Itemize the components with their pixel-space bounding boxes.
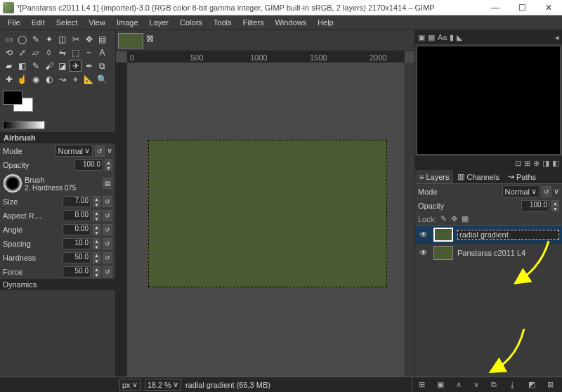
layer-name-1[interactable]: radial gradient [457, 230, 559, 240]
tool-clone[interactable]: ⧉ [96, 60, 108, 72]
mask-button[interactable]: ◩ [528, 380, 535, 389]
dock-menu-icon[interactable]: ◂ [555, 33, 559, 42]
tool-text[interactable]: A [96, 46, 108, 58]
font-icon[interactable]: Aa [438, 33, 447, 41]
tool-path[interactable]: ↝ [56, 73, 68, 85]
tool-smudge[interactable]: ☝ [16, 73, 28, 85]
layer-thumb-1[interactable] [433, 228, 453, 242]
tool-pencil[interactable]: ✎ [30, 60, 41, 72]
tool-gradient[interactable]: ◧ [16, 60, 28, 72]
angle-input[interactable]: 0.00 [63, 224, 91, 235]
aspect-input[interactable]: 0.00 [63, 210, 91, 221]
tool-ellipse-select[interactable]: ◯ [16, 33, 28, 45]
viewport[interactable] [127, 63, 405, 377]
pointer-icon[interactable]: ◣ [457, 33, 462, 42]
tool-scale[interactable]: ⤢ [16, 46, 28, 58]
layer-up-button[interactable]: ∧ [456, 380, 462, 389]
menu-windows[interactable]: Windows [270, 17, 311, 28]
tool-free-select[interactable]: ✎ [30, 33, 41, 45]
tool-blur[interactable]: ◉ [30, 73, 41, 85]
active-gradient[interactable] [3, 121, 45, 129]
angle-stepper[interactable]: ▲▼ [93, 224, 100, 235]
force-stepper[interactable]: ▲▼ [93, 266, 100, 277]
layer-row-2[interactable]: 👁 Panstarss c2011 L4 [415, 244, 562, 262]
lock-alpha-icon[interactable]: ▦ [462, 214, 469, 223]
zoom-out-icon[interactable]: ⊡ [515, 159, 521, 168]
unit-select[interactable]: px ∨ [119, 379, 140, 391]
force-input[interactable]: 50.0 [63, 266, 91, 277]
navigation-preview[interactable] [417, 46, 561, 155]
tool-bucket[interactable]: ▰ [3, 60, 15, 72]
lock-position-icon[interactable]: ✥ [451, 214, 457, 223]
zoom-fill-icon[interactable]: ◧ [552, 159, 559, 168]
layer-row-1[interactable]: 👁 radial gradient [415, 226, 562, 244]
tool-by-color[interactable]: ◫ [56, 33, 68, 45]
layer-opacity-input[interactable]: 100.0 [521, 200, 549, 211]
layer-opacity-stepper[interactable]: ▲▼ [551, 200, 559, 211]
hardness-reset[interactable]: ↺ [103, 252, 112, 263]
tool-shear[interactable]: ▱ [30, 46, 41, 58]
tool-perspective[interactable]: ◊ [43, 46, 55, 58]
size-input[interactable]: 7.00 [63, 196, 91, 207]
duplicate-layer-button[interactable]: ⧉ [491, 380, 497, 389]
new-layer-button[interactable]: ⊞ [419, 380, 425, 389]
fg-color-swatch[interactable] [3, 91, 22, 105]
tool-flip[interactable]: ⇋ [56, 46, 68, 58]
brush-menu[interactable]: ▤ [103, 178, 112, 189]
tool-cage[interactable]: ⬚ [70, 46, 81, 58]
visibility-toggle-1[interactable]: 👁 [418, 229, 429, 240]
tool-ink[interactable]: ✒ [83, 60, 95, 72]
brush-icon[interactable]: ▣ [418, 33, 425, 42]
mode-reset[interactable]: ↺ [95, 145, 105, 157]
delete-layer-button[interactable]: ⊠ [547, 380, 554, 389]
menu-colors[interactable]: Colors [175, 17, 207, 28]
layer-down-button[interactable]: ∨ [473, 380, 479, 389]
visibility-toggle-2[interactable]: 👁 [418, 247, 429, 259]
menu-filters[interactable]: Filters [238, 17, 269, 28]
tool-dodge[interactable]: ◐ [43, 73, 55, 85]
spacing-input[interactable]: 10.0 [63, 238, 91, 249]
tab-layers[interactable]: ≡Layers [415, 170, 453, 183]
tool-heal[interactable]: ✚ [3, 73, 15, 85]
force-reset[interactable]: ↺ [103, 266, 112, 277]
opacity-stepper[interactable]: ▲▼ [105, 159, 112, 171]
size-stepper[interactable]: ▲▼ [93, 196, 100, 207]
menu-layer[interactable]: Layer [145, 17, 174, 28]
fg-bg-swatches[interactable] [3, 91, 38, 115]
lock-pixels-icon[interactable]: ✎ [440, 214, 447, 223]
ruler-horizontal[interactable]: 0 500 1000 1500 2000 [127, 51, 405, 63]
tool-crop[interactable]: ✂ [70, 33, 81, 45]
mode-select[interactable]: Normal∨ [55, 145, 93, 157]
layer-mode-reset[interactable]: ↺ [542, 186, 551, 197]
menu-help[interactable]: Help [313, 17, 339, 28]
scrollbar-vertical[interactable] [405, 63, 414, 377]
size-reset[interactable]: ↺ [103, 196, 112, 207]
tool-airbrush[interactable]: ✈ [70, 60, 81, 72]
canvas-image[interactable] [148, 140, 387, 287]
window-minimize-button[interactable]: — [482, 0, 509, 15]
menu-image[interactable]: Image [112, 17, 143, 28]
tool-move[interactable]: ✥ [83, 33, 95, 45]
aspect-stepper[interactable]: ▲▼ [93, 210, 100, 221]
tool-measure[interactable]: 📐 [83, 73, 95, 85]
tool-rect-select[interactable]: ▭ [3, 33, 15, 45]
pattern-icon[interactable]: ▦ [428, 33, 435, 42]
window-close-button[interactable]: ✕ [535, 0, 562, 15]
menu-view[interactable]: View [84, 17, 110, 28]
tool-rotate[interactable]: ⟲ [3, 46, 15, 58]
tool-fuzzy-select[interactable]: ✦ [43, 33, 55, 45]
menu-edit[interactable]: Edit [27, 17, 50, 28]
zoom-1-icon[interactable]: ◨ [542, 159, 549, 168]
window-maximize-button[interactable]: ☐ [509, 0, 535, 15]
tab-channels[interactable]: ▥Channels [453, 170, 503, 183]
tool-warp[interactable]: ~ [83, 46, 95, 58]
brush-preview[interactable] [3, 174, 22, 193]
ruler-vertical[interactable] [116, 63, 127, 377]
merge-down-button[interactable]: ⭳ [509, 381, 516, 389]
hardness-stepper[interactable]: ▲▼ [93, 252, 100, 263]
opacity-input[interactable]: 100.0 [74, 159, 103, 171]
menu-file[interactable]: File [3, 17, 25, 28]
histogram-icon[interactable]: ▮ [450, 33, 454, 42]
zoom-select[interactable]: 18.2 % ∨ [145, 379, 181, 391]
hardness-input[interactable]: 50.0 [63, 252, 91, 263]
